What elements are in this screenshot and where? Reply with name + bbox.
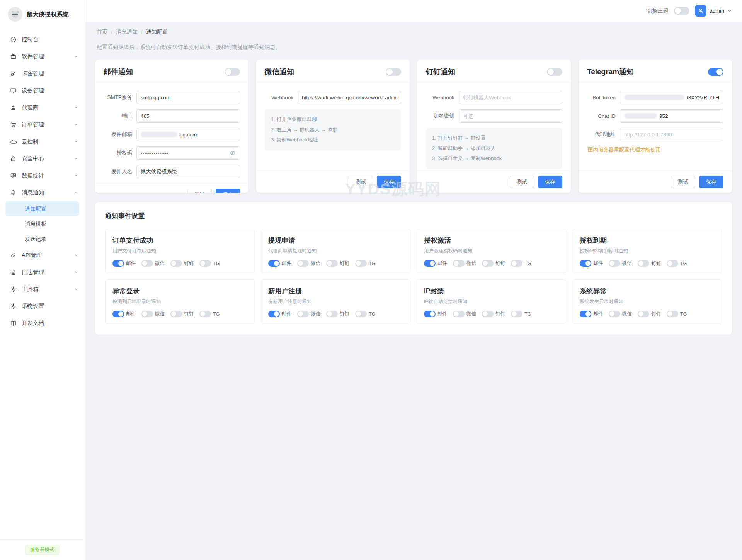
field-label: 授权码 [104, 150, 132, 157]
breadcrumb-item[interactable]: 消息通知 [116, 29, 138, 36]
event-channel-switch[interactable] [112, 260, 124, 267]
event-channel-switch[interactable] [667, 260, 678, 267]
event-channel-switch[interactable] [297, 311, 309, 317]
event-channel-switch[interactable] [580, 311, 591, 317]
event-channel-switch[interactable] [511, 260, 522, 267]
telegram-test-button[interactable]: 测试 [671, 176, 695, 188]
event-channel-switch[interactable] [326, 260, 338, 267]
sidebar-item-software[interactable]: 软件管理 [0, 48, 85, 65]
event-channel-switch[interactable] [482, 260, 494, 267]
sidebar-item-notify[interactable]: 消息通知 [0, 184, 85, 201]
event-channel-switch[interactable] [355, 311, 367, 317]
event-channel-switch[interactable] [511, 311, 522, 317]
email-input[interactable] [136, 91, 240, 104]
event-card: 订单支付成功用户支付订单后通知邮件微信钉钉TG [105, 229, 255, 273]
sidebar-item-cloud[interactable]: 云控制 [0, 133, 85, 150]
sidebar-item-label: 软件管理 [22, 53, 44, 60]
wechat-card-header: 微信通知 [256, 60, 410, 83]
event-toggle-微信: 微信 [453, 260, 476, 267]
event-channel-switch[interactable] [170, 260, 182, 267]
event-channel-switch[interactable] [268, 260, 280, 267]
event-channel-label: TG [680, 261, 687, 266]
telegram-save-button[interactable]: 保存 [699, 176, 723, 188]
event-channel-switch[interactable] [580, 260, 591, 267]
sidebar-item-cardkey[interactable]: 卡密管理 [0, 65, 85, 82]
user-menu[interactable]: admin [695, 5, 732, 17]
sidebar-item-label: API管理 [22, 252, 42, 259]
event-channel-switch[interactable] [453, 260, 465, 267]
sidebar-item-tools[interactable]: 工具箱 [0, 281, 85, 298]
field-label: 端口 [104, 112, 132, 119]
sidebar-item-api[interactable]: API管理 [0, 247, 85, 264]
email-card-header: 邮件通知 [95, 60, 248, 83]
email-enable-toggle[interactable] [225, 68, 240, 76]
event-channel-switch[interactable] [355, 260, 367, 267]
sidebar-item-dashboard[interactable]: 控制台 [0, 31, 85, 48]
events-grid: 订单支付成功用户支付订单后通知邮件微信钉钉TG提现申请代理商申请提现时通知邮件微… [105, 229, 722, 324]
sidebar-item-label: 开发文档 [22, 320, 44, 327]
email-field-row: 端口 [104, 109, 240, 123]
dingtalk-test-button[interactable]: 测试 [510, 176, 534, 188]
dingtalk-input[interactable] [459, 109, 562, 123]
event-channel-switch[interactable] [297, 260, 309, 267]
event-channel-switch[interactable] [482, 311, 494, 317]
event-channel-switch[interactable] [638, 311, 649, 317]
toggle-visibility-button[interactable] [230, 150, 236, 156]
dingtalk-input[interactable] [459, 91, 562, 104]
gear-icon [10, 303, 17, 310]
event-toggle-TG: TG [667, 311, 687, 317]
email-input[interactable] [136, 109, 240, 123]
sidebar-item-logs[interactable]: 日志管理 [0, 264, 85, 281]
field-label: 发件人名 [104, 168, 132, 175]
event-channel-toggles: 邮件微信钉钉TG [424, 311, 559, 317]
event-channel-switch[interactable] [268, 311, 280, 317]
sidebar-item-device[interactable]: 设备管理 [0, 82, 85, 99]
dingtalk-save-button[interactable]: 保存 [538, 176, 562, 188]
sidebar-subitem-msg-template[interactable]: 消息模板 [5, 216, 79, 231]
event-channel-switch[interactable] [170, 311, 182, 317]
event-channel-switch[interactable] [609, 260, 620, 267]
cart-icon [10, 121, 17, 128]
sidebar-item-settings[interactable]: 系统设置 [0, 298, 85, 315]
event-channel-switch[interactable] [112, 311, 124, 317]
event-description: 检测到异地登录时通知 [112, 298, 247, 305]
sidebar-item-docs[interactable]: 开发文档 [0, 315, 85, 332]
sidebar-item-stats[interactable]: 数据统计 [0, 167, 85, 184]
dingtalk-enable-toggle[interactable] [547, 68, 562, 76]
theme-toggle[interactable] [674, 7, 689, 15]
event-toggle-邮件: 邮件 [112, 260, 136, 267]
event-channel-switch[interactable] [638, 260, 649, 267]
event-channel-switch[interactable] [141, 311, 153, 317]
email-save-button[interactable]: 保存 [216, 189, 240, 193]
telegram-enable-toggle[interactable] [708, 68, 723, 76]
event-channel-label: 邮件 [126, 260, 136, 267]
telegram-card-title: Telegram通知 [587, 67, 634, 77]
event-channel-switch[interactable] [667, 311, 678, 317]
telegram-redacted-input[interactable]: 952 [620, 109, 723, 123]
wechat-input[interactable] [298, 91, 401, 104]
event-channel-switch[interactable] [141, 260, 153, 267]
telegram-redacted-input[interactable]: t3XY2zRLOiH [620, 91, 723, 104]
telegram-input[interactable] [620, 128, 723, 141]
event-channel-switch[interactable] [453, 311, 465, 317]
wechat-test-button[interactable]: 测试 [349, 176, 373, 188]
event-channel-switch[interactable] [424, 311, 436, 317]
wechat-enable-toggle[interactable] [386, 68, 401, 76]
event-channel-switch[interactable] [424, 260, 436, 267]
sidebar-item-security[interactable]: 安全中心 [0, 150, 85, 167]
sidebar-item-order[interactable]: 订单管理 [0, 116, 85, 133]
email-redacted-input[interactable]: qq.com [136, 128, 240, 141]
breadcrumb-item[interactable]: 首页 [97, 29, 107, 36]
event-channel-switch[interactable] [199, 260, 211, 267]
sidebar-subitem-send-record[interactable]: 发送记录 [5, 231, 79, 246]
email-password-input[interactable]: ••••••••••••••• [136, 146, 240, 160]
event-channel-switch[interactable] [199, 311, 211, 317]
event-channel-switch[interactable] [326, 311, 338, 317]
email-test-button[interactable]: 测试 [187, 189, 212, 193]
event-channel-label: TG [213, 261, 220, 266]
wechat-save-button[interactable]: 保存 [377, 176, 401, 188]
sidebar-subitem-notify-config[interactable]: 通知配置 [5, 201, 79, 216]
email-input[interactable] [136, 165, 240, 178]
sidebar-item-agent[interactable]: 代理商 [0, 99, 85, 116]
event-channel-switch[interactable] [609, 311, 620, 317]
